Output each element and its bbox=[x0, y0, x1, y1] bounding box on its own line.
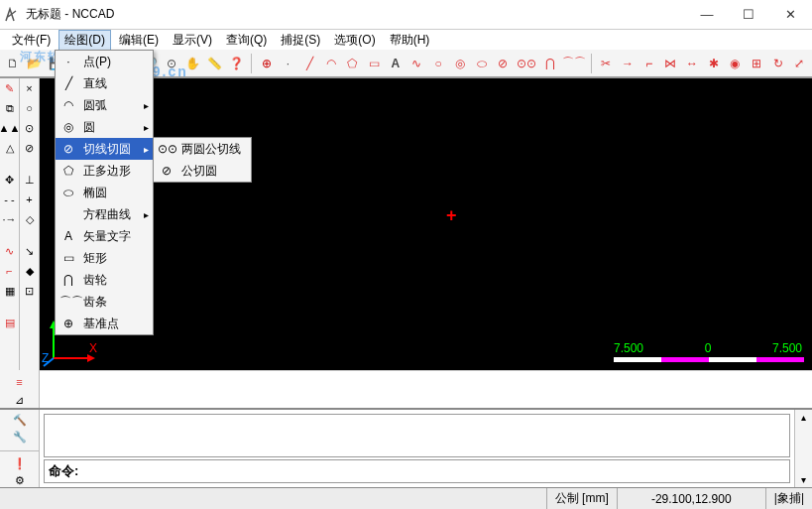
erase-tool[interactable]: ✎ bbox=[2, 80, 18, 96]
submenu-item-tangent-circle[interactable]: ⊘公切圆 bbox=[154, 160, 251, 182]
menu-item-ellipse[interactable]: ⬭椭圆 bbox=[56, 182, 153, 203]
menu-help[interactable]: 帮助(H) bbox=[384, 30, 436, 51]
snap-quad-tool[interactable]: ◆ bbox=[22, 263, 38, 279]
tangent2-tool[interactable]: ⊙⊙ bbox=[516, 53, 537, 74]
menu-view[interactable]: 显示(V) bbox=[167, 30, 218, 51]
snap-tangent-tool[interactable]: ⊘ bbox=[22, 140, 38, 156]
snap-int-tool[interactable]: + bbox=[22, 191, 38, 207]
move-tool[interactable]: ✥ bbox=[2, 172, 18, 188]
curve-edit-tool[interactable]: ∿ bbox=[2, 243, 18, 259]
menu-label: 点(P) bbox=[83, 54, 111, 70]
measure-button[interactable]: 📏 bbox=[206, 53, 224, 74]
join-tool[interactable]: ⌐ bbox=[2, 263, 18, 279]
mirror-tool[interactable]: ⋈ bbox=[661, 53, 679, 74]
align-tool[interactable]: ▤ bbox=[2, 315, 18, 330]
maximize-button[interactable]: ☐ bbox=[737, 7, 760, 22]
status-units[interactable]: 公制 [mm] bbox=[546, 488, 617, 509]
tangent-submenu: ⊙⊙两圆公切线 ⊘公切圆 bbox=[153, 137, 252, 183]
fillet-tool[interactable]: ⌐ bbox=[640, 53, 658, 74]
offset-tool[interactable]: ↔ bbox=[683, 53, 701, 74]
point-tool[interactable]: · bbox=[280, 53, 297, 74]
ellipse-tool[interactable]: ⬭ bbox=[473, 53, 491, 74]
mirror-v-tool[interactable]: ▲▲ bbox=[2, 120, 18, 136]
command-scrollbar[interactable]: ▴ ▾ bbox=[794, 410, 812, 487]
command-history[interactable] bbox=[44, 414, 790, 457]
dash-tool[interactable]: - - bbox=[2, 191, 18, 207]
snap-perp-tool[interactable]: ⊥ bbox=[22, 172, 38, 188]
donut-tool[interactable]: ◉ bbox=[727, 53, 745, 74]
close-button[interactable]: ✕ bbox=[778, 7, 802, 22]
circle2-tool[interactable]: ◎ bbox=[451, 53, 469, 74]
hammer-tool[interactable]: 🔨 bbox=[12, 414, 28, 427]
menu-item-point[interactable]: ·点(P) bbox=[56, 51, 153, 72]
explode-tool[interactable]: ✱ bbox=[705, 53, 723, 74]
trim-tool[interactable]: ✂ bbox=[597, 53, 615, 74]
gear-tool[interactable]: ⋂ bbox=[541, 53, 559, 74]
submenu-item-two-circle-tangent[interactable]: ⊙⊙两圆公切线 bbox=[154, 138, 251, 160]
help-button[interactable]: ❓ bbox=[228, 53, 246, 74]
rotate-tool[interactable]: ↻ bbox=[769, 53, 787, 74]
rack-icon: ⌒⌒ bbox=[59, 294, 77, 311]
copy-tool[interactable]: ⧉ bbox=[2, 100, 18, 116]
extend-tool[interactable]: → bbox=[619, 53, 637, 74]
menu-edit[interactable]: 编辑(E) bbox=[113, 30, 165, 51]
scale-tool[interactable]: ⤢ bbox=[791, 53, 809, 74]
menu-label: 正多边形 bbox=[83, 163, 131, 180]
polygon-tool[interactable]: ⬠ bbox=[344, 53, 362, 74]
open-file-button[interactable]: 📂 bbox=[26, 53, 44, 74]
array-tool[interactable]: ⊞ bbox=[748, 53, 765, 74]
rack-tool[interactable]: ⌒⌒ bbox=[563, 53, 585, 74]
circle-tool[interactable]: ○ bbox=[429, 53, 447, 74]
arc-tool[interactable]: ◠ bbox=[322, 53, 340, 74]
menu-query[interactable]: 查询(Q) bbox=[220, 30, 273, 51]
menu-snap[interactable]: 捕捉(S) bbox=[275, 30, 326, 51]
snap-near-tool[interactable]: ↘ bbox=[22, 243, 38, 259]
menu-item-tangent[interactable]: ⊘切线切圆▸ bbox=[56, 138, 153, 160]
info-tool[interactable]: ❗ bbox=[12, 457, 28, 470]
zoom-extents-button[interactable]: ⊙ bbox=[163, 53, 180, 74]
menu-item-equation-curve[interactable]: 方程曲线▸ bbox=[56, 203, 153, 225]
menu-draw[interactable]: 绘图(D) bbox=[58, 30, 111, 51]
menu-item-text[interactable]: A矢量文字 bbox=[56, 225, 153, 247]
settings-tool[interactable]: ⚙ bbox=[12, 474, 28, 487]
pan-button[interactable]: ✋ bbox=[184, 53, 202, 74]
menu-item-gear[interactable]: ⋂齿轮 bbox=[56, 269, 153, 291]
snap-node-tool[interactable]: ◇ bbox=[22, 211, 38, 227]
minimize-button[interactable]: — bbox=[695, 7, 719, 22]
rect-tool[interactable]: ▭ bbox=[365, 53, 383, 74]
menu-options[interactable]: 选项(O) bbox=[328, 30, 381, 51]
scroll-down-icon[interactable]: ▾ bbox=[801, 474, 806, 485]
layer-tool[interactable]: ≡ bbox=[12, 374, 28, 389]
menu-item-arc[interactable]: ◠圆弧▸ bbox=[56, 94, 153, 116]
menu-file[interactable]: 文件(F) bbox=[6, 30, 57, 51]
snap-end-tool[interactable]: × bbox=[22, 80, 38, 96]
snap-mid-tool[interactable]: ○ bbox=[22, 100, 38, 116]
ruler-left-value: 7.500 bbox=[614, 341, 643, 355]
wrench-tool[interactable]: 🔧 bbox=[12, 431, 28, 444]
menu-item-datum[interactable]: ⊕基准点 bbox=[56, 313, 153, 334]
spline-tool[interactable]: ∿ bbox=[408, 53, 426, 74]
target-icon[interactable]: ⊕ bbox=[258, 53, 276, 74]
snap-grid-tool[interactable]: ⊡ bbox=[22, 283, 38, 299]
break-tool[interactable]: ·→ bbox=[2, 211, 18, 227]
grid-tool[interactable]: ▦ bbox=[2, 283, 18, 299]
status-snap-mode[interactable]: |象捕| bbox=[765, 488, 812, 509]
tangent-tool[interactable]: ⊘ bbox=[494, 53, 512, 74]
window-title: 无标题 - NCCAD bbox=[26, 6, 695, 23]
command-input-row[interactable]: 命令: bbox=[44, 459, 790, 483]
drawing-canvas[interactable]: + Y X Z 7.500 0 7.500 bbox=[40, 78, 812, 370]
triangle-tool[interactable]: △ bbox=[2, 140, 18, 156]
menu-item-rack[interactable]: ⌒⌒齿条 bbox=[56, 291, 153, 313]
line-tool[interactable]: ╱ bbox=[300, 53, 318, 74]
menu-label: 齿轮 bbox=[83, 272, 107, 289]
new-file-button[interactable]: 🗋 bbox=[4, 53, 22, 74]
menu-item-line[interactable]: ╱直线 bbox=[56, 72, 153, 94]
scroll-up-icon[interactable]: ▴ bbox=[801, 412, 806, 423]
menu-item-circle[interactable]: ◎圆▸ bbox=[56, 116, 153, 138]
dim-tool[interactable]: ⊿ bbox=[12, 393, 28, 408]
snap-center-tool[interactable]: ⊙ bbox=[22, 120, 38, 136]
titlebar: 无标题 - NCCAD — ☐ ✕ bbox=[0, 0, 812, 30]
menu-item-rectangle[interactable]: ▭矩形 bbox=[56, 247, 153, 269]
text-tool[interactable]: A bbox=[387, 53, 405, 74]
menu-item-polygon[interactable]: ⬠正多边形 bbox=[56, 160, 153, 182]
